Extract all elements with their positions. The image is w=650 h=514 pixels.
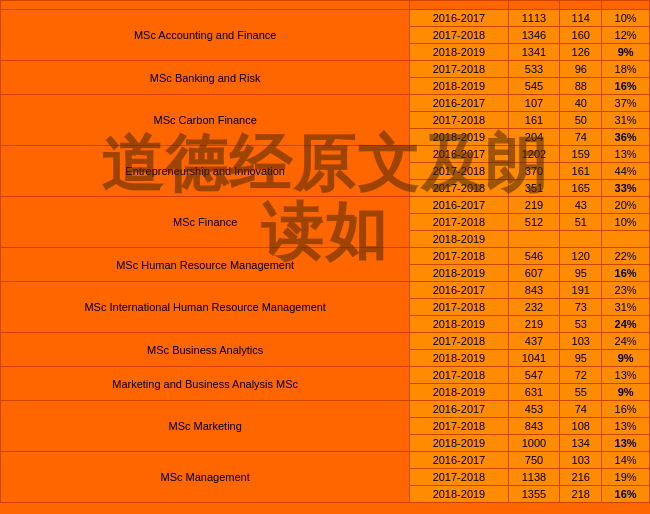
program-cell: MSc International Human Resource Managem…: [1, 282, 410, 333]
year-cell: 2017-2018: [410, 112, 508, 129]
year-cell: 2017-2018: [410, 180, 508, 197]
table-row: MSc Finance2016-20172194320%: [1, 197, 650, 214]
rate-cell: 10%: [602, 214, 650, 231]
applied-cell: [508, 231, 560, 248]
admitted-cell: 51: [560, 214, 602, 231]
rate-cell: 16%: [602, 265, 650, 282]
rate-cell: 24%: [602, 316, 650, 333]
year-cell: 2018-2019: [410, 129, 508, 146]
admitted-cell: 103: [560, 452, 602, 469]
admitted-cell: 191: [560, 282, 602, 299]
year-cell: 2018-2019: [410, 486, 508, 503]
rate-cell: 33%: [602, 180, 650, 197]
rate-cell: 13%: [602, 435, 650, 452]
program-cell: MSc Banking and Risk: [1, 61, 410, 95]
year-cell: 2018-2019: [410, 316, 508, 333]
rate-cell: 16%: [602, 486, 650, 503]
rate-cell: 31%: [602, 112, 650, 129]
program-cell: MSc Finance: [1, 197, 410, 248]
year-cell: 2018-2019: [410, 384, 508, 401]
year-cell: 2016-2017: [410, 10, 508, 27]
admitted-cell: 165: [560, 180, 602, 197]
applied-cell: 219: [508, 197, 560, 214]
applied-cell: 843: [508, 418, 560, 435]
applied-cell: 161: [508, 112, 560, 129]
applied-cell: 750: [508, 452, 560, 469]
applied-cell: 1113: [508, 10, 560, 27]
admitted-cell: [560, 231, 602, 248]
admitted-cell: 50: [560, 112, 602, 129]
applied-cell: 219: [508, 316, 560, 333]
program-cell: MSc Accounting and Finance: [1, 10, 410, 61]
program-cell: MSc Business Analytics: [1, 333, 410, 367]
admitted-cell: 95: [560, 265, 602, 282]
rate-cell: 9%: [602, 350, 650, 367]
applied-cell: 607: [508, 265, 560, 282]
admitted-cell: 108: [560, 418, 602, 435]
program-cell: MSc Marketing: [1, 401, 410, 452]
header-program: [1, 1, 410, 10]
rate-cell: 44%: [602, 163, 650, 180]
applied-cell: 512: [508, 214, 560, 231]
rate-cell: 12%: [602, 27, 650, 44]
rate-cell: 14%: [602, 452, 650, 469]
applied-cell: 107: [508, 95, 560, 112]
year-cell: 2018-2019: [410, 44, 508, 61]
table-row: MSc Management2016-201775010314%: [1, 452, 650, 469]
rate-cell: 20%: [602, 197, 650, 214]
rate-cell: 22%: [602, 248, 650, 265]
table-row: Marketing and Business Analysis MSc2017-…: [1, 367, 650, 384]
rate-cell: 36%: [602, 129, 650, 146]
admitted-cell: 88: [560, 78, 602, 95]
admitted-cell: 114: [560, 10, 602, 27]
year-cell: 2017-2018: [410, 469, 508, 486]
main-container: MSc Accounting and Finance2016-201711131…: [0, 0, 650, 503]
applied-cell: 547: [508, 367, 560, 384]
admitted-cell: 134: [560, 435, 602, 452]
applied-cell: 533: [508, 61, 560, 78]
applied-cell: 545: [508, 78, 560, 95]
rate-cell: 10%: [602, 10, 650, 27]
table-row: MSc Human Resource Management2017-201854…: [1, 248, 650, 265]
admitted-cell: 73: [560, 299, 602, 316]
year-cell: 2017-2018: [410, 248, 508, 265]
table-row: MSc Marketing2016-20174537416%: [1, 401, 650, 418]
admitted-cell: 53: [560, 316, 602, 333]
year-cell: 2016-2017: [410, 282, 508, 299]
year-cell: 2017-2018: [410, 61, 508, 78]
table-row: MSc International Human Resource Managem…: [1, 282, 650, 299]
applied-cell: 370: [508, 163, 560, 180]
admitted-cell: 95: [560, 350, 602, 367]
rate-cell: 13%: [602, 418, 650, 435]
rate-cell: 16%: [602, 401, 650, 418]
year-cell: 2016-2017: [410, 452, 508, 469]
applied-cell: 1341: [508, 44, 560, 61]
table-row: MSc Banking and Risk2017-20185339618%: [1, 61, 650, 78]
admitted-cell: 74: [560, 401, 602, 418]
admitted-cell: 126: [560, 44, 602, 61]
data-table: MSc Accounting and Finance2016-201711131…: [0, 0, 650, 503]
rate-cell: 31%: [602, 299, 650, 316]
year-cell: 2018-2019: [410, 435, 508, 452]
rate-cell: 19%: [602, 469, 650, 486]
admitted-cell: 216: [560, 469, 602, 486]
applied-cell: 546: [508, 248, 560, 265]
rate-cell: 13%: [602, 367, 650, 384]
admitted-cell: 103: [560, 333, 602, 350]
year-cell: 2018-2019: [410, 350, 508, 367]
table-row: MSc Business Analytics2017-201843710324%: [1, 333, 650, 350]
rate-cell: 23%: [602, 282, 650, 299]
table-row: MSc Carbon Finance2016-20171074037%: [1, 95, 650, 112]
admitted-cell: 74: [560, 129, 602, 146]
admitted-cell: 72: [560, 367, 602, 384]
applied-cell: 1041: [508, 350, 560, 367]
header-rate: [602, 1, 650, 10]
year-cell: 2018-2019: [410, 231, 508, 248]
applied-cell: 1138: [508, 469, 560, 486]
year-cell: 2017-2018: [410, 214, 508, 231]
year-cell: 2016-2017: [410, 146, 508, 163]
year-cell: 2017-2018: [410, 418, 508, 435]
table-row: MSc Accounting and Finance2016-201711131…: [1, 10, 650, 27]
applied-cell: 232: [508, 299, 560, 316]
program-cell: Entrepreneurship and Innovation: [1, 146, 410, 197]
